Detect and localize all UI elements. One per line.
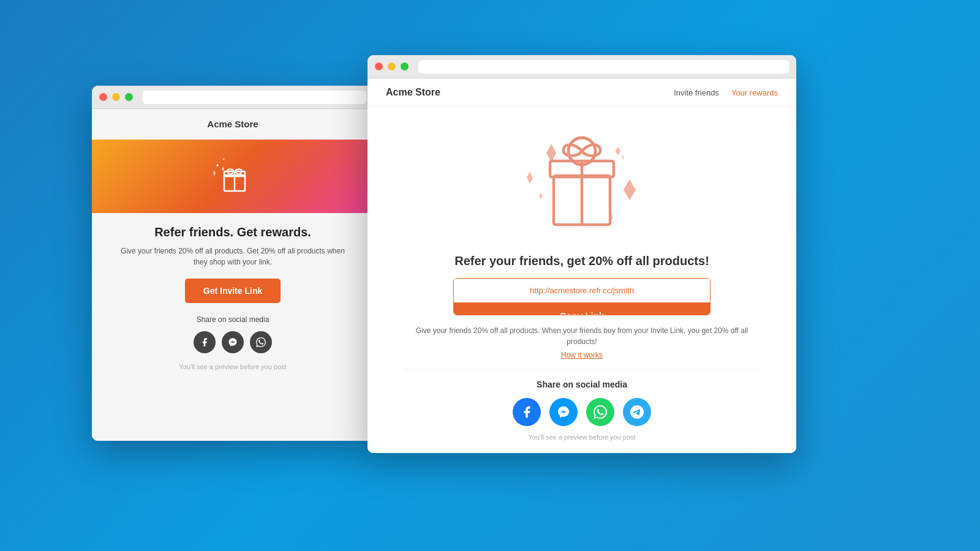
back-browser-window: Acme Store Refer f	[92, 86, 374, 441]
email-header: Acme Store	[92, 109, 374, 140]
email-gift-icon	[208, 152, 257, 201]
gift-svg	[508, 119, 655, 248]
link-box-container: http://acmestore.refr.cc/jsmith Copy Lin…	[453, 278, 710, 315]
referral-description: Give your friends 20% off all products. …	[404, 325, 760, 347]
back-minimize-button[interactable]	[112, 93, 120, 101]
email-subtitle: Give your friends 20% off all products. …	[116, 246, 349, 268]
back-facebook-icon[interactable]	[194, 331, 216, 353]
back-whatsapp-icon[interactable]	[250, 331, 272, 353]
your-rewards-link[interactable]: Your rewards	[731, 88, 778, 97]
telegram-icon[interactable]	[623, 398, 651, 426]
svg-point-1	[223, 159, 225, 160]
referral-headline: Refer your friends, get 20% off all prod…	[454, 254, 709, 268]
invite-friends-link[interactable]: Invite friends	[674, 88, 719, 97]
referral-link-display[interactable]: http://acmestore.refr.cc/jsmith	[454, 279, 710, 302]
facebook-icon[interactable]	[513, 398, 541, 426]
share-section: Share on social media You'll see a	[404, 380, 760, 441]
svg-marker-3	[213, 170, 216, 176]
back-close-button[interactable]	[99, 93, 107, 101]
front-maximize-button[interactable]	[401, 62, 409, 70]
share-preview-note: You'll see a preview before you post	[404, 433, 760, 441]
app-logo: Acme Store	[386, 87, 440, 98]
front-content: Acme Store Invite friends Your rewards	[368, 78, 796, 453]
email-body: Refer friends. Get rewards. Give your fr…	[92, 213, 374, 441]
front-url-bar[interactable]	[418, 60, 789, 73]
messenger-icon[interactable]	[549, 398, 578, 426]
gift-illustration	[508, 119, 655, 248]
share-label: Share on social media	[404, 380, 760, 389]
back-share-label: Share on social media	[116, 315, 349, 324]
svg-marker-2	[222, 167, 224, 171]
email-title: Refer friends. Get rewards.	[116, 225, 349, 239]
back-preview-note: You'll see a preview before you post	[116, 363, 349, 370]
content-divider	[404, 369, 760, 370]
back-messenger-icon[interactable]	[222, 331, 244, 353]
back-titlebar	[92, 86, 374, 109]
front-close-button[interactable]	[375, 62, 383, 70]
svg-point-0	[216, 164, 219, 167]
back-social-icons	[116, 331, 349, 353]
front-browser-window: Acme Store Invite friends Your rewards	[368, 55, 796, 453]
how-it-works-link[interactable]: How it works	[561, 351, 603, 359]
main-content: Refer your friends, get 20% off all prod…	[368, 107, 796, 453]
whatsapp-icon[interactable]	[586, 398, 614, 426]
front-titlebar	[368, 55, 796, 78]
front-minimize-button[interactable]	[388, 62, 396, 70]
back-maximize-button[interactable]	[125, 93, 133, 101]
nav-links: Invite friends Your rewards	[674, 88, 778, 97]
get-invite-link-button[interactable]: Get Invite Link	[185, 279, 281, 303]
email-hero-banner	[92, 140, 374, 213]
social-icons-colored	[404, 398, 760, 426]
back-url-bar[interactable]	[143, 91, 366, 104]
back-content: Acme Store Refer f	[92, 109, 374, 441]
copy-link-button[interactable]: Copy Link	[454, 302, 710, 315]
back-store-name: Acme Store	[207, 119, 258, 129]
app-nav: Acme Store Invite friends Your rewards	[368, 78, 796, 107]
